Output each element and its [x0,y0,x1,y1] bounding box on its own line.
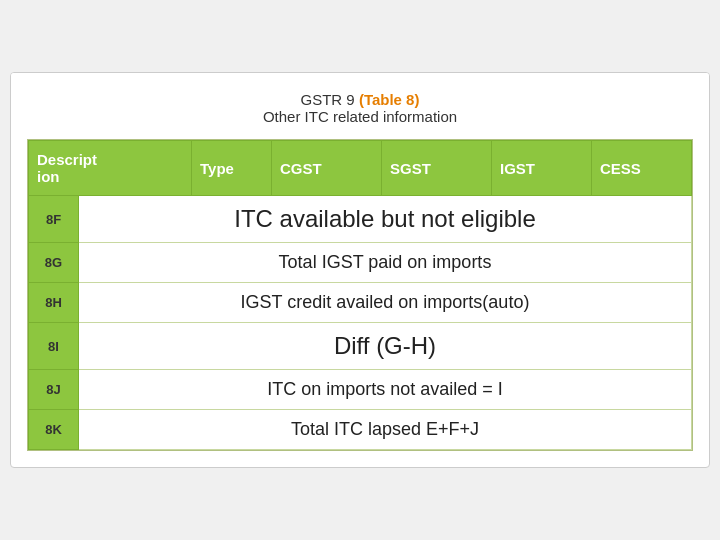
th-igst: IGST [492,141,592,196]
row-code: 8G [29,243,79,283]
th-type: Type [192,141,272,196]
row-content: ITC available but not eligible [79,196,692,243]
row-content: Total ITC lapsed E+F+J [79,410,692,450]
th-sgst: SGST [382,141,492,196]
slide-container: GSTR 9 (Table 8) Other ITC related infor… [10,72,710,468]
table-row: 8JITC on imports not availed = I [29,370,692,410]
table-row: 8KTotal ITC lapsed E+F+J [29,410,692,450]
table-row: 8GTotal IGST paid on imports [29,243,692,283]
table-row: 8IDiff (G-H) [29,323,692,370]
row-code: 8H [29,283,79,323]
table-row: 8FITC available but not eligible [29,196,692,243]
main-table: Description Type CGST SGST IGST CESS 8FI… [28,140,692,450]
title-line1: GSTR 9 (Table 8) [31,91,689,108]
table-row: 8HIGST credit availed on imports(auto) [29,283,692,323]
row-content: Diff (G-H) [79,323,692,370]
row-code: 8J [29,370,79,410]
title-prefix: GSTR 9 [301,91,359,108]
th-cgst: CGST [272,141,382,196]
th-description: Description [29,141,192,196]
title-line2: Other ITC related information [31,108,689,125]
row-code: 8F [29,196,79,243]
table-wrapper: Description Type CGST SGST IGST CESS 8FI… [27,139,693,451]
row-content: ITC on imports not availed = I [79,370,692,410]
row-code: 8I [29,323,79,370]
header-row: Description Type CGST SGST IGST CESS [29,141,692,196]
row-code: 8K [29,410,79,450]
title-area: GSTR 9 (Table 8) Other ITC related infor… [11,73,709,139]
title-highlight: (Table 8) [359,91,420,108]
row-content: Total IGST paid on imports [79,243,692,283]
th-cess: CESS [592,141,692,196]
row-content: IGST credit availed on imports(auto) [79,283,692,323]
